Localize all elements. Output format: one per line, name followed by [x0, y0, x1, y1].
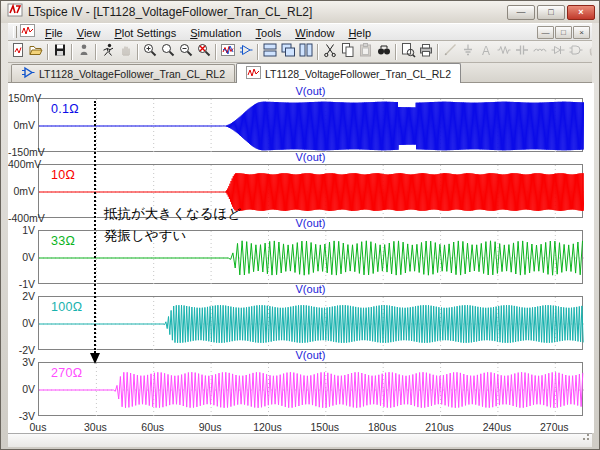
resize-grip[interactable]	[579, 428, 591, 446]
paste-icon	[358, 42, 374, 62]
y-tick-label: 0mV	[8, 185, 35, 197]
plot-title-vout: V(out)	[38, 283, 583, 295]
hand-icon	[586, 42, 592, 62]
series-label: 270Ω	[51, 366, 82, 380]
toolbar-separator	[95, 44, 97, 60]
waveform-button[interactable]	[219, 42, 237, 61]
capacitor-icon	[514, 42, 530, 62]
copy-icon	[340, 42, 356, 62]
run-button[interactable]	[99, 42, 117, 61]
y-tick-label: 0V	[8, 317, 35, 329]
waveform-trace	[39, 99, 584, 153]
menu-simulation[interactable]: Simulation	[183, 25, 248, 41]
cut-icon	[322, 42, 338, 62]
print-preview-button[interactable]	[399, 42, 417, 61]
diode-button	[549, 42, 567, 61]
save-button[interactable]	[51, 42, 69, 61]
status-bar	[8, 433, 592, 447]
y-tick-label: 0mV	[8, 119, 35, 131]
paste-button	[357, 42, 375, 61]
tab-label: LT1128_VoltageFollower_Tran_CL_RL2	[39, 68, 225, 80]
plot-title-vout: V(out)	[38, 349, 583, 361]
maximize-button[interactable]: □	[537, 5, 565, 20]
y-tick-label: -2V	[8, 344, 35, 356]
zoom-out-icon	[178, 42, 194, 62]
zoom-out-button[interactable]	[177, 42, 195, 61]
print-button[interactable]	[417, 42, 435, 61]
x-tick-label: 30us	[73, 421, 117, 433]
run-icon	[100, 42, 116, 62]
print-preview-icon	[400, 42, 416, 62]
zoom-fit-icon	[196, 42, 212, 62]
cascade-button[interactable]	[279, 42, 297, 61]
tab-schematic[interactable]: LT1128_VoltageFollower_Tran_CL_RL2	[11, 64, 235, 82]
y-tick-label: 2V	[8, 290, 35, 302]
label-icon: A	[478, 42, 494, 62]
control-panel-button[interactable]	[75, 42, 93, 61]
menu-view[interactable]: View	[70, 25, 108, 41]
annotation-line-2: 発振しやすい	[104, 225, 241, 247]
menu-window[interactable]: Window	[288, 25, 341, 41]
gate-button	[567, 42, 585, 61]
tile-vertical-button[interactable]	[297, 42, 315, 61]
cut-button[interactable]	[321, 42, 339, 61]
menubar-grip	[13, 26, 17, 38]
menu-plot-settings[interactable]: Plot Settings	[107, 25, 183, 41]
schematic-button[interactable]	[237, 42, 255, 61]
wire-button	[441, 42, 459, 61]
toolbar-separator	[47, 44, 49, 60]
capacitor-button	[513, 42, 531, 61]
mdi-close-button[interactable]: ×	[573, 26, 590, 39]
annotation-line-1: 抵抗が大きくなるほど	[104, 203, 241, 225]
copy-button[interactable]	[339, 42, 357, 61]
series-label: 33Ω	[51, 234, 75, 248]
halt-button	[117, 42, 135, 61]
mdi-restore-button[interactable]: □	[555, 26, 572, 39]
close-button[interactable]: ×	[567, 5, 595, 20]
toolbar-separator	[317, 44, 319, 60]
toolbar-separator	[437, 44, 439, 60]
tab-waveform[interactable]: LT1128_VoltageFollower_Tran_CL_RL2	[236, 63, 461, 83]
inductor-button	[531, 42, 549, 61]
minimize-button[interactable]: —	[507, 5, 535, 20]
waveform-pane-270ohm[interactable]: 270Ω	[38, 362, 583, 416]
waveform-pane-100ohm[interactable]: 100Ω	[38, 296, 583, 350]
series-label: 0.1Ω	[51, 102, 79, 116]
toolbar-separator	[215, 44, 217, 60]
menu-file[interactable]: File	[38, 25, 70, 41]
zoom-in-button[interactable]	[141, 42, 159, 61]
toolbar-separator	[137, 44, 139, 60]
find-button[interactable]	[375, 42, 393, 61]
x-tick-label: 150us	[303, 421, 347, 433]
y-tick-label: -1V	[8, 278, 35, 290]
y-tick-label: 150mV	[8, 92, 35, 104]
menu-tools[interactable]: Tools	[249, 25, 289, 41]
series-label: 100Ω	[51, 300, 82, 314]
control-panel-icon	[76, 42, 92, 62]
waveform-trace	[39, 297, 584, 351]
save-icon	[52, 42, 68, 62]
open-button[interactable]	[27, 42, 45, 61]
ltspice-logo-icon	[7, 2, 23, 22]
resistor-button	[495, 42, 513, 61]
new-button[interactable]	[9, 42, 27, 61]
schematic-icon	[21, 66, 35, 81]
x-tick-label: 180us	[360, 421, 404, 433]
resistor-icon	[496, 42, 512, 62]
waveform-pane-0p1ohm[interactable]: 0.1Ω	[38, 98, 583, 152]
tile-horizontal-icon	[262, 42, 278, 62]
zoom-area-icon	[160, 42, 176, 62]
zoom-area-button[interactable]	[159, 42, 177, 61]
zoom-in-icon	[142, 42, 158, 62]
halt-icon	[118, 42, 134, 62]
menu-bar: FileViewPlot SettingsSimulationToolsWind…	[8, 23, 592, 41]
y-tick-label: 0V	[8, 251, 35, 263]
ground-button	[459, 42, 477, 61]
tile-horizontal-button[interactable]	[261, 42, 279, 61]
tab-bar: LT1128_VoltageFollower_Tran_CL_RL2LT1128…	[8, 63, 592, 83]
window-title: LTspice IV - [LT1128_VoltageFollower_Tra…	[28, 5, 507, 19]
zoom-fit-button[interactable]	[195, 42, 213, 61]
mdi-minimize-button[interactable]: —	[537, 26, 554, 39]
x-tick-label: 240us	[475, 421, 519, 433]
menu-help[interactable]: Help	[341, 25, 378, 41]
